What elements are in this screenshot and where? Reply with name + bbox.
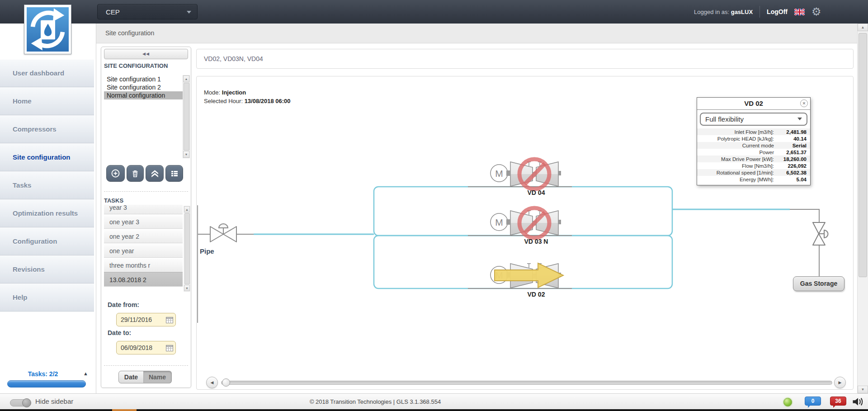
- calendar-icon[interactable]: [166, 317, 173, 323]
- promote-configuration-button[interactable]: [146, 165, 164, 182]
- compressor-label-vd02: VD 02: [514, 291, 559, 298]
- flexibility-value: Full flexibility: [705, 115, 744, 123]
- scroll-up-button[interactable]: ▲: [858, 24, 868, 31]
- info-row-label: Max Drive Power [kW]:: [697, 156, 777, 162]
- hscroll-track[interactable]: [221, 381, 832, 385]
- page-scrollbar[interactable]: ▲ ▼: [857, 24, 868, 393]
- chevron-down-icon: [187, 11, 191, 14]
- info-row-value: 6,502.38: [777, 170, 810, 175]
- messages-badge[interactable]: 0: [805, 397, 821, 406]
- plus-circle-icon: [111, 169, 120, 178]
- trash-icon: [131, 169, 140, 178]
- divider: [104, 191, 188, 192]
- compressor-vd02[interactable]: [491, 263, 563, 288]
- compressor-label-vd04: VD 04: [514, 189, 559, 196]
- info-row-value: Serial: [777, 143, 810, 148]
- info-row: Current modeSerial: [697, 142, 810, 149]
- task-list-item[interactable]: one year 2: [104, 229, 183, 243]
- date-to-input[interactable]: 06/09/2018: [116, 341, 176, 354]
- sidebar-item-help[interactable]: Help: [0, 283, 94, 312]
- date-from-label: Date from:: [108, 301, 139, 308]
- sidebar-item-optimization-results[interactable]: Optimization results: [0, 199, 94, 227]
- gas-storage-node[interactable]: Gas Storage: [793, 276, 844, 291]
- info-row: Max Drive Power [kW]:18,260.00: [697, 156, 810, 162]
- calendar-icon[interactable]: [166, 345, 173, 351]
- copyright-text: © 2018 Transition Technologies | GLS 3.1…: [0, 394, 750, 410]
- date-to-label: Date to:: [108, 329, 131, 336]
- flexibility-dropdown[interactable]: Full flexibility: [700, 113, 807, 126]
- hscroll-left-button[interactable]: ◀: [206, 377, 218, 388]
- footer-bar: Hide sidebar © 2018 Transition Technolog…: [0, 393, 868, 410]
- logoff-button[interactable]: LogOff: [767, 8, 788, 15]
- hscroll-thumb[interactable]: [222, 378, 230, 387]
- username: gasLUX: [731, 9, 753, 15]
- speaker-icon[interactable]: [852, 397, 864, 407]
- scroll-down-button[interactable]: ▼: [858, 386, 868, 393]
- settings-gear-icon[interactable]: ⚙: [811, 6, 821, 17]
- divider: [104, 365, 188, 366]
- date-from-input[interactable]: 29/11/2016: [116, 313, 176, 326]
- delete-configuration-button[interactable]: [127, 165, 144, 182]
- info-row-value: 226,092: [777, 163, 810, 169]
- info-row-value: 2,651.37: [777, 150, 810, 155]
- info-row-value: 2,481.98: [777, 129, 810, 135]
- panel-collapse-button[interactable]: ◀◀: [104, 49, 188, 59]
- compressor-vd03n[interactable]: [491, 208, 561, 238]
- task-list-item[interactable]: year 3: [104, 205, 183, 214]
- taskbar-chip: [112, 409, 137, 411]
- info-row: Flow [Nm3/h]:226,092: [697, 162, 810, 169]
- sort-by-name-button[interactable]: Name: [143, 371, 172, 383]
- pipe-label: Pipe: [200, 247, 214, 255]
- info-row: Inlet Flow [m3/h]:2,481.98: [697, 128, 810, 135]
- date-from-value: 29/11/2016: [121, 316, 152, 323]
- list-icon: [170, 169, 179, 178]
- compressor-vd04[interactable]: [491, 159, 561, 189]
- sidebar-item-revisions[interactable]: Revisions: [0, 255, 94, 283]
- task-list-item[interactable]: one year: [104, 243, 183, 258]
- scroll-thumb[interactable]: [184, 83, 189, 151]
- divider: [760, 6, 760, 18]
- logo-icon: [27, 7, 69, 52]
- scroll-down-button[interactable]: ▼: [183, 151, 189, 158]
- double-chevron-up-icon: [150, 169, 160, 178]
- tasks-collapse-arrow[interactable]: ▲: [83, 371, 88, 376]
- task-list-item[interactable]: three months r: [104, 258, 183, 272]
- close-icon[interactable]: ×: [800, 99, 808, 107]
- info-row-label: Flow [Nm3/h]:: [697, 163, 777, 169]
- sidebar-item-home[interactable]: Home: [0, 87, 94, 115]
- app-selector-dropdown[interactable]: CEP: [97, 4, 198, 19]
- scroll-up-button[interactable]: ▲: [184, 206, 190, 213]
- top-right-controls: Logged in as: gasLUX LogOff ⚙: [694, 0, 821, 24]
- config-list-item[interactable]: Normal configuration: [104, 91, 183, 99]
- config-list-scrollbar[interactable]: ▲ ▼: [183, 75, 190, 158]
- sidebar-item-tasks[interactable]: Tasks: [0, 171, 94, 199]
- config-list-item[interactable]: Site configuration 2: [104, 83, 183, 91]
- logged-in-text: Logged in as: gasLUX: [694, 9, 753, 15]
- tasks-list-scrollbar[interactable]: ▲ ▼: [184, 206, 190, 292]
- hscroll-right-button[interactable]: ▶: [834, 377, 846, 388]
- config-list-item[interactable]: Site configuration 1: [104, 75, 183, 83]
- sidebar-item-configuration[interactable]: Configuration: [0, 227, 94, 255]
- diagram-panel: Mode: Injection Selected Hour: 13/08/201…: [196, 76, 854, 390]
- scroll-thumb[interactable]: [859, 33, 867, 277]
- scroll-up-button[interactable]: ▲: [183, 76, 189, 82]
- sort-by-date-button[interactable]: Date: [118, 371, 144, 383]
- alerts-badge[interactable]: 36: [830, 397, 846, 406]
- info-row: Power2,651.37: [697, 149, 810, 156]
- info-panel-title: VD 02: [744, 99, 763, 107]
- chevron-down-icon: [797, 118, 802, 120]
- sidebar-item-site-configuration[interactable]: Site configuration: [0, 143, 94, 171]
- info-row: Energy [MWh]:5.04: [697, 176, 810, 183]
- tasks-progress-bar: [7, 380, 86, 387]
- task-list-item[interactable]: one year 3: [104, 214, 183, 229]
- list-view-button[interactable]: [165, 165, 183, 182]
- task-list-item[interactable]: 13.08.2018 2: [104, 272, 183, 287]
- uk-flag-icon[interactable]: [794, 9, 805, 15]
- scroll-thumb[interactable]: [184, 213, 190, 284]
- scroll-down-button[interactable]: ▼: [184, 285, 190, 291]
- sidebar-item-compressors[interactable]: Compressors: [0, 115, 94, 143]
- info-row-label: Current mode: [697, 143, 777, 148]
- info-row-label: Polytropic HEAD [kJ/kg]:: [697, 136, 777, 142]
- sidebar-item-user-dashboard[interactable]: User dashboard: [0, 59, 94, 87]
- add-configuration-button[interactable]: [106, 165, 125, 182]
